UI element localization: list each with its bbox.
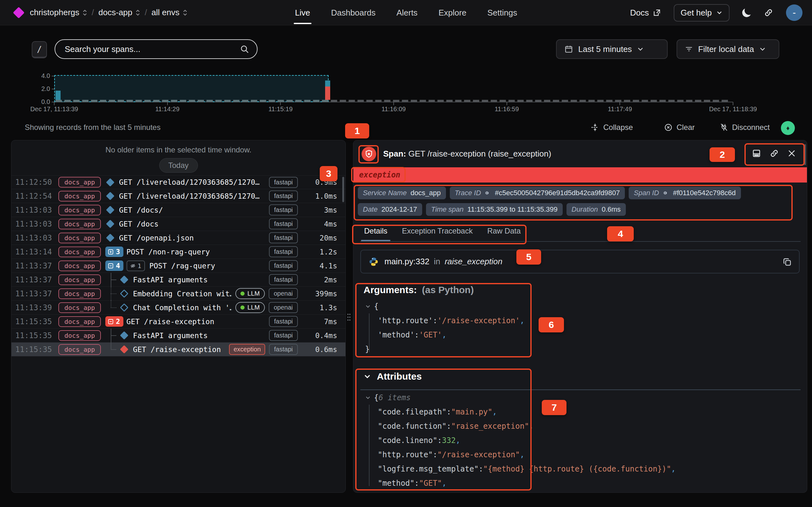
hidden-spans-badge[interactable]: 1 xyxy=(126,261,145,271)
table-row[interactable]: 11:12:50docs_appGET /livereload/12703636… xyxy=(11,175,345,189)
table-row[interactable]: 11:13:37docs_appFastAPI argumentsfastapi… xyxy=(11,273,345,287)
llm-label: LLM xyxy=(247,290,260,297)
service-tag[interactable]: docs_app xyxy=(58,316,101,327)
meta-chip-duration[interactable]: Duration0.6ms xyxy=(566,203,626,216)
arguments-heading: Arguments: (as Python) xyxy=(363,285,474,295)
service-tag[interactable]: docs_app xyxy=(58,288,101,299)
collapse-children-badge[interactable]: 4 xyxy=(105,261,123,271)
span-title-prefix: Span: xyxy=(383,149,406,158)
span-panel-scrollbar[interactable] xyxy=(804,144,806,165)
event-bar xyxy=(325,87,330,100)
breadcrumb-item-all-envs[interactable]: all envs xyxy=(152,8,188,17)
tab-settings[interactable]: Settings xyxy=(488,0,517,25)
share-link-icon[interactable] xyxy=(764,8,773,17)
table-row[interactable]: 11:13:03docs_appGET /openapi.jsonfastapi… xyxy=(11,231,345,245)
span-duration: 3ms xyxy=(302,206,337,214)
children-count: 4 xyxy=(116,262,120,270)
filter-local-data-button[interactable]: Filter local data xyxy=(676,39,779,59)
avatar[interactable]: - xyxy=(786,4,803,21)
service-tag[interactable]: docs_app xyxy=(58,246,101,257)
service-tag[interactable]: docs_app xyxy=(58,177,101,187)
docs-link[interactable]: Docs xyxy=(630,8,661,18)
attributes-heading[interactable]: Attributes xyxy=(363,371,422,382)
expand-children-badge[interactable]: 3 xyxy=(105,246,123,257)
meta-chip-service-name[interactable]: Service Namedocs_app xyxy=(358,187,446,199)
calendar-icon xyxy=(564,45,573,54)
chevron-down-icon[interactable] xyxy=(365,303,371,309)
activity-bar xyxy=(206,100,213,102)
annotation-marker-2: 2 xyxy=(710,147,735,162)
meta-chip-trace-id[interactable]: Trace ID#c5ec5005042796e91d5db42ca9fd980… xyxy=(450,187,625,199)
meta-chip-span-id[interactable]: Span ID#f0110e542c798c6d xyxy=(629,187,741,199)
table-row[interactable]: 11:13:37docs_app41POST /rag-queryfastapi… xyxy=(11,259,345,273)
tab-dashboards[interactable]: Dashboards xyxy=(331,0,375,25)
tab-live[interactable]: Live xyxy=(295,0,310,25)
table-row[interactable]: 11:13:39docs_appChat Completion with '…L… xyxy=(11,301,345,315)
copy-icon[interactable] xyxy=(782,257,792,267)
service-tag[interactable]: docs_app xyxy=(58,233,101,243)
service-tag[interactable]: docs_app xyxy=(58,330,101,341)
tab-raw-data[interactable]: Raw Data xyxy=(487,227,520,241)
time-range-button[interactable]: Last 5 minutes xyxy=(556,39,668,59)
activity-bar xyxy=(420,100,426,102)
clear-button[interactable]: Clear xyxy=(664,123,695,132)
service-tag[interactable]: docs_app xyxy=(58,344,101,355)
event-bar xyxy=(325,80,330,86)
tab-alerts[interactable]: Alerts xyxy=(397,0,417,25)
table-row[interactable]: 11:13:37docs_appEmbedding Creation wit…L… xyxy=(11,287,345,301)
meta-chip-time-span[interactable]: Time span11:15:35.399 to 11:15:35.399 xyxy=(426,203,563,216)
close-icon[interactable] xyxy=(787,149,796,158)
logfire-logo-icon[interactable] xyxy=(13,7,25,18)
collapse-children-badge[interactable]: 2 xyxy=(105,316,123,327)
time-selection-window[interactable] xyxy=(54,75,328,102)
tab-explore[interactable]: Explore xyxy=(438,0,466,25)
service-tag[interactable]: docs_app xyxy=(58,219,101,229)
service-tag[interactable]: docs_app xyxy=(58,191,101,202)
code-line: 'http.route': '/raise-exception', xyxy=(378,316,524,325)
framework-tag: fastapi xyxy=(269,190,298,202)
chevron-down-icon xyxy=(716,9,722,16)
get-help-button[interactable]: Get help xyxy=(674,4,729,21)
copy-link-icon[interactable] xyxy=(769,149,779,158)
span-diamond-icon xyxy=(120,303,129,312)
table-row[interactable]: 11:15:35docs_app2GET /raise-exceptionfas… xyxy=(11,315,345,329)
meta-chip-date[interactable]: Date2024-12-17 xyxy=(358,203,422,216)
disconnect-button[interactable]: Disconnect xyxy=(719,123,770,132)
code-token: , xyxy=(492,407,497,416)
breadcrumb-item-christophergs[interactable]: christophergs xyxy=(30,8,87,17)
breadcrumb-item-docs-app[interactable]: docs-app xyxy=(98,8,140,17)
span-start-time: 11:13:03 xyxy=(15,220,53,228)
span-main: GET /livereload/1270363685/1270… xyxy=(105,189,265,203)
table-row[interactable]: 11:13:14docs_app3POST /non-rag-queryfast… xyxy=(11,245,345,259)
tab-exception-traceback[interactable]: Exception Traceback xyxy=(402,227,473,241)
span-diamond-icon xyxy=(106,206,114,214)
code-token: 'method' xyxy=(378,331,415,339)
chevron-down-icon[interactable] xyxy=(365,395,371,400)
code-token: : xyxy=(433,316,437,325)
search-input[interactable] xyxy=(55,39,258,59)
dock-panel-icon[interactable] xyxy=(752,149,761,158)
table-row[interactable]: 11:12:54docs_appGET /livereload/12703636… xyxy=(11,189,345,203)
dark-mode-toggle-icon[interactable] xyxy=(741,7,752,18)
service-tag[interactable]: docs_app xyxy=(58,274,101,285)
tab-details[interactable]: Details xyxy=(364,227,387,241)
y-axis-tick xyxy=(52,76,54,76)
exception-shield-icon xyxy=(362,147,376,161)
table-row[interactable]: 11:13:03docs_appGET /docs/fastapi3ms xyxy=(11,203,345,217)
service-tag[interactable]: docs_app xyxy=(58,205,101,216)
framework-tag: fastapi xyxy=(269,344,298,355)
service-tag[interactable]: docs_app xyxy=(58,261,101,271)
table-row[interactable]: 11:15:35docs_appGET /raise-exception …ex… xyxy=(11,343,345,356)
collapse-button[interactable]: Collapse xyxy=(591,123,633,132)
activity-bar xyxy=(171,100,177,102)
panel-resize-handle[interactable] xyxy=(347,313,351,322)
service-tag[interactable]: docs_app xyxy=(58,302,101,313)
code-token: 6 items xyxy=(378,393,410,402)
code-token: "main.py" xyxy=(451,407,492,416)
table-row[interactable]: 11:13:03docs_appGET /docsfastapi4ms xyxy=(11,217,345,231)
table-row[interactable]: 11:15:35docs_appFastAPI argumentsfastapi… xyxy=(11,329,345,343)
list-scrollbar[interactable] xyxy=(342,177,344,202)
spans-histogram[interactable]: 4.02.00.0Dec 17, 11:13:3911:14:2911:15:1… xyxy=(0,68,812,116)
annotation-marker-4: 4 xyxy=(607,226,634,241)
today-pill[interactable]: Today xyxy=(159,158,198,173)
